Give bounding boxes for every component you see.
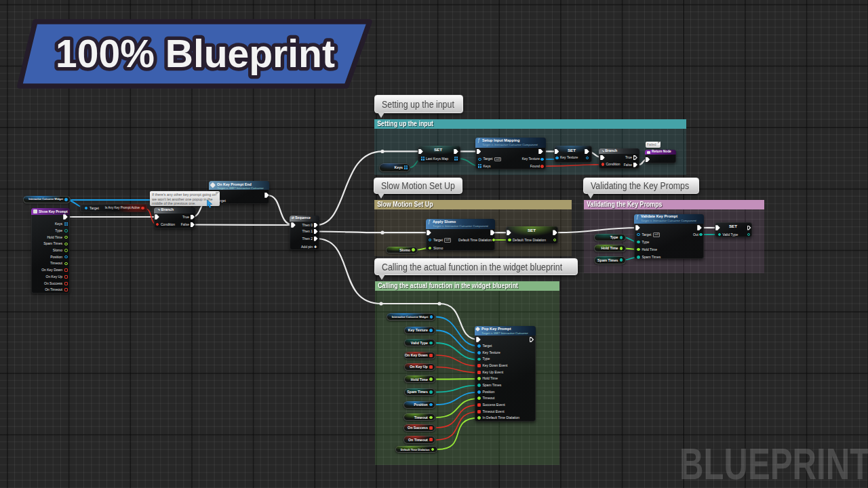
svg-text:100% Blueprint: 100% Blueprint	[56, 32, 335, 75]
